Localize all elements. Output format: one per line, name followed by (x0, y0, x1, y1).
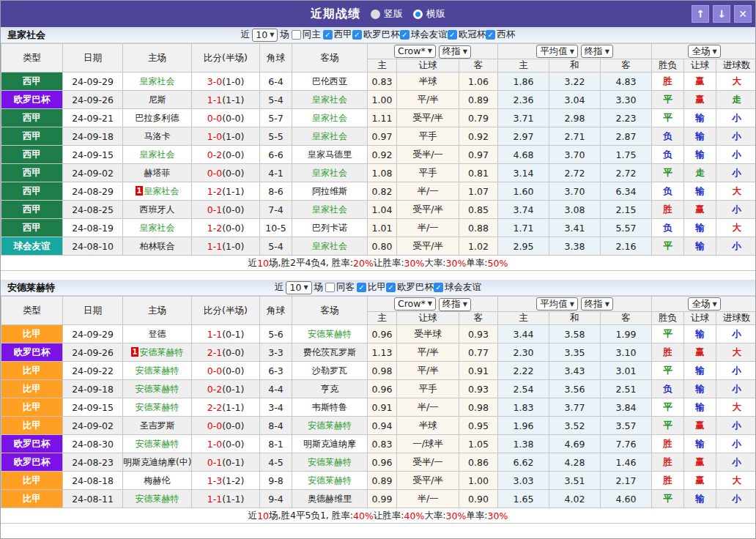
layout-radio-vertical[interactable]: 竖版 (371, 7, 403, 21)
average-select[interactable]: 平均值▼ (536, 297, 578, 311)
avg-home-odds: 3.71 (498, 109, 549, 127)
period-select[interactable]: 全场▼ (688, 297, 720, 311)
crow-odds-stage-select[interactable]: 终指▼ (439, 298, 471, 311)
away-team: 安德莱赫特 (292, 417, 368, 435)
corners: 7-4 (260, 201, 292, 219)
avg-draw-odds: 3.58 (549, 325, 601, 343)
result-handicap: 赢 (684, 417, 716, 435)
fulltime-group-header: 全场▼ (652, 297, 756, 312)
avg-draw-odds: 4.69 (549, 435, 601, 453)
away-team: 皇家社会 (292, 201, 368, 219)
same-venue-checkbox[interactable]: 同主 (292, 29, 321, 41)
match-row: 欧罗巴杯24-08-23明斯克迪纳摩(中)0-1(0-1)4-5安德莱赫特0.9… (1, 453, 756, 472)
result-handicap: 走 (684, 164, 716, 182)
match-date: 24-08-30 (63, 435, 123, 453)
avg-odds-stage-select[interactable]: 终指▼ (581, 45, 613, 58)
crow-home-odds: 0.98 (368, 362, 397, 380)
final-score: 1-1(1-1) (192, 91, 260, 109)
league-filter-checkbox[interactable]: ✓西杯 (486, 29, 515, 41)
crow-odds-stage-select[interactable]: 终指▼ (439, 45, 471, 59)
subcol-handicap-result: 让球 (684, 59, 716, 73)
crow-away-odds: 0.86 (459, 453, 498, 472)
avg-odds-stage-select[interactable]: 终指▼ (581, 297, 613, 311)
crow-handicap: 受平/半 (397, 472, 459, 490)
result-outcome: 负 (652, 219, 684, 237)
bookmaker-select[interactable]: Crow*▼ (394, 297, 436, 311)
home-team: 赫塔菲 (123, 164, 192, 182)
checkbox-label: 球会友谊 (411, 29, 448, 41)
corners: 5-6 (260, 325, 292, 343)
average-select[interactable]: 平均值▼ (536, 45, 578, 58)
avg-draw-odds: 3.70 (549, 146, 601, 164)
match-date: 24-08-19 (63, 219, 123, 237)
checkbox-label: 欧冠杯 (459, 29, 486, 41)
result-outcome: 平 (652, 237, 684, 256)
result-outcome: 胜 (652, 472, 684, 490)
summary-segment: 场,胜4平5负1, 胜率: (269, 510, 353, 522)
result-goals: 小 (716, 164, 756, 182)
crow-home-odds: 0.96 (368, 380, 397, 398)
scroll-down-button[interactable]: ↓ (713, 5, 730, 23)
result-handicap: 输 (684, 435, 716, 453)
crow-home-odds: 1.00 (368, 91, 397, 109)
close-button[interactable]: ✕ (734, 5, 752, 23)
checkbox-icon: ✓ (386, 283, 396, 292)
avg-away-odds: 1.75 (601, 146, 652, 164)
away-team: 阿拉维斯 (292, 182, 368, 201)
league-filter-checkbox[interactable]: ✓欧冠杯 (448, 29, 486, 41)
avg-draw-odds: 3.52 (549, 417, 601, 435)
crow-home-odds: 0.83 (368, 435, 397, 453)
crow-handicap: 半/一 (397, 490, 459, 508)
subcol-avg-home: 主 (498, 59, 549, 73)
period-select[interactable]: 全场▼ (688, 45, 720, 58)
result-handicap: 输 (684, 237, 716, 256)
summary-line: 近10场,胜2平4负4, 胜率:20% 让胜率:30% 大率:30% 单率:50… (1, 256, 755, 271)
match-date: 24-09-21 (63, 109, 123, 127)
avg-group-header: 平均值▼ 终指▼ (498, 297, 652, 312)
avg-away-odds: 2.16 (601, 237, 652, 256)
chevron-down-icon: ▼ (605, 301, 609, 308)
match-date: 24-09-29 (63, 325, 123, 343)
layout-radio-horizontal[interactable]: 横版 (413, 7, 445, 21)
recent-count-select[interactable]: 10▼ (286, 281, 311, 294)
crow-away-odds: 1.02 (459, 237, 498, 256)
home-team: 安德莱赫特 (123, 490, 192, 508)
league-filter-checkbox[interactable]: ✓球会友谊 (400, 29, 448, 41)
crow-home-odds: 0.96 (368, 453, 397, 472)
result-handicap: 赢 (684, 343, 716, 362)
recent-count-select[interactable]: 10▼ (252, 29, 278, 42)
match-row: 比甲24-08-18梅赫伦1-3(1-2)9-8安德莱赫特0.89受平/半1.0… (1, 472, 756, 490)
match-date: 24-09-26 (63, 91, 123, 109)
crow-away-odds: 0.92 (459, 127, 498, 146)
crow-away-odds: 0.81 (459, 164, 498, 182)
scroll-up-button[interactable]: ↑ (692, 5, 709, 23)
match-row: 西甲24-09-18马洛卡1-0(1-0)5-5皇家社会0.97平手0.922.… (1, 127, 756, 146)
away-team: 沙勒罗瓦 (292, 362, 368, 380)
result-goals: 小 (716, 490, 756, 508)
matches-table: 类型 日期 主场 比分(半场) 角球 客场 Crow*▼ 终指▼ 平均值▼ 终指… (1, 43, 756, 256)
subcol-avg-away: 客 (601, 59, 652, 73)
final-score: 0-1(0-0) (192, 201, 260, 219)
same-venue-checkbox[interactable]: 同客 (325, 281, 355, 294)
col-header-home: 主场 (123, 44, 192, 73)
result-handicap: 输 (684, 219, 716, 237)
league-filter-group: ✓比甲✓欧罗巴杯✓球会友谊 (357, 281, 481, 294)
bookmaker-select[interactable]: Crow*▼ (394, 45, 436, 58)
match-row: 西甲24-09-21巴拉多利德0-0(0-0)5-7皇家社会1.11受平/半0.… (1, 109, 756, 127)
league-filter-checkbox[interactable]: ✓比甲 (357, 281, 386, 294)
final-score: 3-0(1-0) (192, 73, 260, 91)
match-row: 比甲24-09-18安德莱赫特0-2(0-1)4-4亨克0.96平手0.932.… (1, 380, 756, 398)
result-goals: 小 (716, 127, 756, 146)
subcol-outcome: 胜负 (652, 312, 684, 325)
home-team: 安德莱赫特 (123, 380, 192, 398)
league-filter-checkbox[interactable]: ✓欧罗巴杯 (352, 29, 400, 41)
league-filter-checkbox[interactable]: ✓球会友谊 (434, 281, 481, 294)
league-filter-checkbox[interactable]: ✓西甲 (323, 29, 352, 41)
league-filter-checkbox[interactable]: ✓欧罗巴杯 (386, 281, 434, 294)
league-badge: 西甲 (1, 127, 63, 146)
crow-home-odds: 0.91 (368, 398, 397, 417)
crow-away-odds: 1.07 (459, 182, 498, 201)
subcol-crow-away: 客 (459, 59, 498, 73)
radio-label-horizontal: 横版 (426, 7, 445, 21)
checkbox-label: 西杯 (497, 29, 515, 41)
